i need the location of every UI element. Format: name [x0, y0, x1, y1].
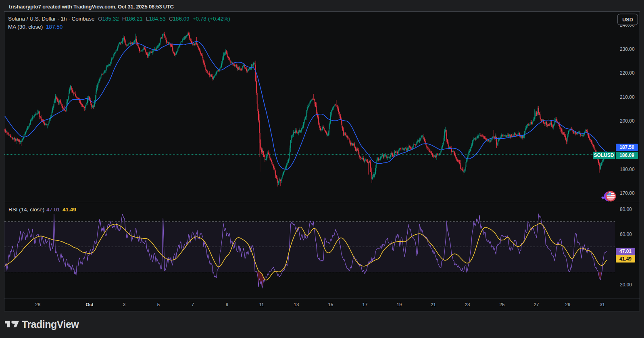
svg-text:47.01: 47.01 — [46, 207, 60, 213]
svg-text:47.01: 47.01 — [619, 248, 631, 254]
svg-text:MA (30, close): MA (30, close) — [8, 24, 43, 30]
svg-text:41.49: 41.49 — [63, 207, 76, 213]
svg-text:15: 15 — [328, 302, 333, 307]
svg-text:186.09: 186.09 — [619, 152, 634, 158]
svg-text:187.50: 187.50 — [619, 144, 634, 150]
svg-text:7: 7 — [192, 302, 194, 307]
svg-text:23: 23 — [465, 302, 470, 307]
svg-text:USD: USD — [622, 17, 633, 23]
svg-text:28: 28 — [35, 302, 40, 307]
svg-text:31: 31 — [600, 302, 605, 307]
svg-text:230.00: 230.00 — [620, 46, 635, 52]
svg-text:SOLUSD: SOLUSD — [594, 152, 614, 158]
svg-text:Oct: Oct — [85, 302, 93, 307]
svg-text:19: 19 — [397, 302, 402, 307]
svg-text:3: 3 — [123, 302, 125, 307]
svg-text:25: 25 — [500, 302, 505, 307]
svg-text:220.00: 220.00 — [620, 70, 635, 76]
svg-text:17: 17 — [363, 302, 368, 307]
svg-text:20.00: 20.00 — [620, 282, 632, 288]
svg-text:5: 5 — [157, 302, 160, 307]
svg-text:21: 21 — [431, 302, 436, 307]
svg-text:RSI (14, close): RSI (14, close) — [8, 207, 44, 213]
svg-text:187.50: 187.50 — [46, 24, 63, 30]
svg-text:60.00: 60.00 — [620, 232, 632, 237]
svg-text:9: 9 — [226, 302, 228, 307]
svg-text:170.00: 170.00 — [620, 190, 635, 196]
svg-text:27: 27 — [534, 302, 539, 307]
svg-text:TradingView: TradingView — [22, 319, 79, 330]
svg-text:11: 11 — [259, 302, 264, 307]
svg-text:200.00: 200.00 — [620, 118, 635, 124]
svg-text:13: 13 — [294, 302, 299, 307]
svg-text:O185.32H186.21L184.53C186.09+0: O185.32H186.21L184.53C186.09+0.78 (+0.42… — [98, 16, 230, 22]
svg-text:180.00: 180.00 — [620, 167, 635, 172]
svg-text:29: 29 — [565, 302, 571, 307]
svg-text:80.00: 80.00 — [620, 207, 632, 212]
svg-text:41.49: 41.49 — [619, 256, 631, 262]
svg-text:210.00: 210.00 — [620, 94, 635, 100]
svg-text:Solana / U.S. Dollar · 1h · Co: Solana / U.S. Dollar · 1h · Coinbase — [8, 16, 95, 22]
svg-text:trishacrypto7 created with Tra: trishacrypto7 created with TradingView.c… — [9, 4, 174, 10]
